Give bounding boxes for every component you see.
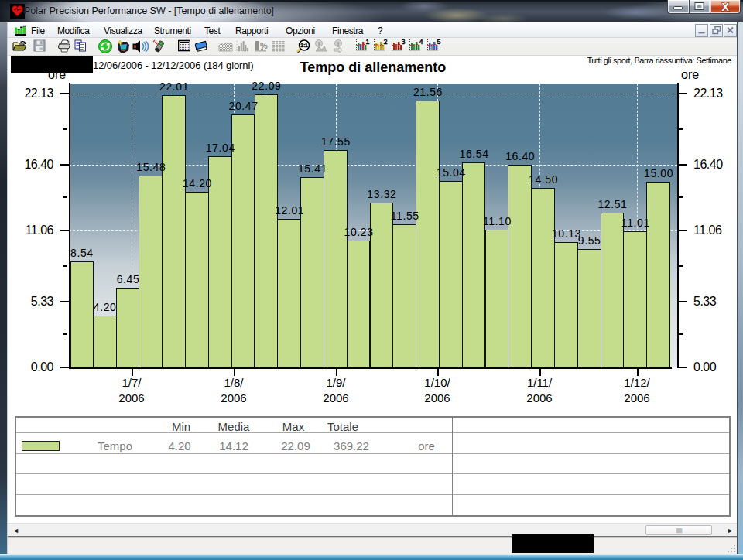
svg-text:3: 3 [402, 39, 406, 46]
svg-text:4: 4 [419, 39, 423, 46]
svg-text:i: i [337, 40, 339, 47]
svg-text:X: X [721, 1, 729, 13]
svg-text:i: i [318, 40, 320, 47]
svg-text:1: 1 [366, 39, 370, 46]
svg-text:5: 5 [437, 39, 441, 46]
svg-text:2: 2 [384, 39, 388, 46]
svg-text:1:1: 1:1 [300, 43, 308, 48]
